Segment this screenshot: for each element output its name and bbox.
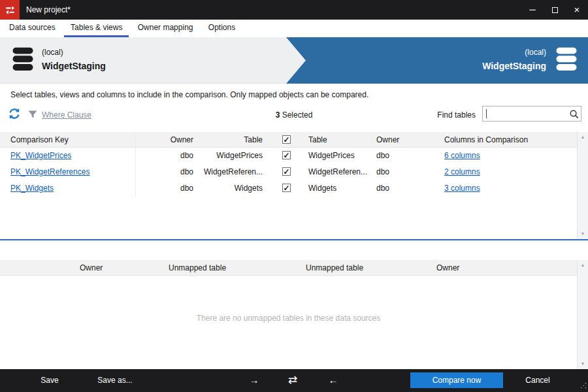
target-database-info: (local) WidgetStaging — [482, 48, 546, 71]
owner-left-cell: dbo — [136, 180, 199, 197]
copy-right-arrow-icon[interactable]: → — [246, 369, 262, 392]
compare-glyph — [5, 5, 16, 16]
mapped-tables-grid: Comparison Key Owner Table Table Owner C… — [0, 132, 577, 197]
swap-directions-icon[interactable]: ⇄ — [285, 369, 301, 392]
comparison-key-cell: PK_WidgetPrices — [10, 148, 136, 164]
row-checkbox-cell — [268, 180, 304, 197]
header-columns[interactable]: Columns in Comparison — [440, 132, 577, 148]
table-right-cell: WidgetReferen... — [304, 164, 372, 180]
scroll-down-button[interactable] — [578, 359, 588, 369]
maximize-button[interactable] — [544, 0, 566, 20]
unmapped-grid-scrollbar[interactable] — [577, 260, 588, 369]
title-bar: New project* ─ × — [0, 0, 588, 20]
search-icon[interactable] — [569, 109, 579, 121]
owner-right-cell: dbo — [372, 164, 440, 180]
app-logo-icon — [0, 0, 20, 20]
header-comparison-key[interactable]: Comparison Key — [10, 132, 136, 148]
selected-label: Selected — [280, 110, 312, 120]
table-left-cell: WidgetReferen... — [199, 164, 268, 180]
owner-left-cell: dbo — [136, 148, 199, 164]
header-unmapped-table-right[interactable]: Unmapped table — [306, 260, 363, 276]
columns-link[interactable]: 2 columns — [444, 167, 480, 176]
database-icon-right — [555, 47, 578, 74]
header-select-all — [268, 132, 304, 148]
comparison-key-cell: PK_Widgets — [10, 180, 136, 197]
header-unmapped-table-left[interactable]: Unmapped table — [169, 260, 226, 276]
window-title: New project* — [26, 0, 71, 20]
save-button[interactable]: Save — [26, 369, 73, 392]
cancel-button[interactable]: Cancel — [514, 369, 562, 392]
columns-cell: 3 columns — [440, 180, 577, 197]
source-database-name: WidgetStaging — [42, 61, 106, 71]
table-right-cell: Widgets — [304, 180, 372, 197]
target-server: (local) — [482, 48, 546, 57]
comparison-key-cell: PK_WidgetReferences — [10, 164, 136, 180]
select-all-checkbox[interactable] — [282, 135, 291, 144]
footer-bar: Save Save as... → ⇄ ← Compare now Cancel — [0, 369, 588, 392]
unmapped-grid-header: Owner Unmapped table Unmapped table Owne… — [0, 260, 577, 276]
comparison-key-link[interactable]: PK_WidgetPrices — [10, 151, 71, 160]
header-unmapped-owner-right[interactable]: Owner — [436, 260, 459, 276]
tab-bar: Data sources Tables & views Owner mappin… — [0, 20, 588, 37]
header-owner-right[interactable]: Owner — [372, 132, 440, 148]
target-database-name: WidgetStaging — [482, 61, 546, 71]
owner-left-cell: dbo — [136, 164, 199, 180]
source-server: (local) — [42, 48, 106, 57]
row-checkbox[interactable] — [282, 151, 291, 159]
save-as-button[interactable]: Save as... — [88, 369, 142, 392]
scroll-down-button[interactable] — [578, 229, 588, 239]
datasource-banner: (local) WidgetStaging (local) WidgetStag… — [0, 37, 588, 84]
tab-data-sources[interactable]: Data sources — [3, 20, 62, 37]
find-tables-input[interactable] — [487, 108, 565, 120]
mapped-grid-scrollbar[interactable] — [577, 132, 588, 239]
columns-link[interactable]: 3 columns — [444, 184, 480, 193]
header-owner-left[interactable]: Owner — [136, 132, 199, 148]
tab-tables-views[interactable]: Tables & views — [64, 20, 129, 37]
columns-cell: 6 columns — [440, 148, 577, 164]
find-tables-searchbox[interactable] — [482, 106, 581, 122]
scroll-up-button[interactable] — [578, 132, 588, 142]
row-checkbox-cell — [268, 164, 304, 180]
header-table-right[interactable]: Table — [304, 132, 372, 148]
database-icon-left — [12, 47, 34, 74]
table-left-cell: Widgets — [199, 180, 268, 197]
columns-link[interactable]: 6 columns — [444, 151, 480, 160]
maximize-icon — [552, 7, 558, 13]
source-database-info: (local) WidgetStaging — [42, 48, 106, 71]
row-checkbox[interactable] — [282, 167, 291, 176]
columns-cell: 2 columns — [440, 164, 577, 180]
compare-now-button[interactable]: Compare now — [410, 372, 503, 388]
table-left-cell: WidgetPrices — [199, 148, 268, 164]
header-table-left[interactable]: Table — [199, 132, 268, 148]
app-window: New project* ─ × Data sources Tables & v… — [0, 0, 588, 392]
instruction-text: Select tables, views and columns to incl… — [10, 90, 368, 99]
minimize-button[interactable]: ─ — [521, 0, 544, 20]
unmapped-empty-message: There are no unmapped tables in these da… — [0, 314, 577, 323]
find-tables-label: Find tables — [437, 110, 476, 120]
tab-options[interactable]: Options — [202, 20, 242, 37]
row-checkbox-cell — [268, 148, 304, 164]
close-icon: × — [574, 4, 580, 15]
comparison-key-link[interactable]: PK_Widgets — [10, 184, 54, 193]
table-right-cell: WidgetPrices — [304, 148, 372, 164]
row-checkbox[interactable] — [282, 184, 291, 192]
tab-owner-mapping[interactable]: Owner mapping — [131, 20, 200, 37]
close-button[interactable]: × — [566, 0, 588, 20]
resize-grip[interactable] — [580, 382, 587, 391]
owner-right-cell: dbo — [372, 148, 440, 164]
copy-left-arrow-icon[interactable]: ← — [325, 369, 341, 392]
grid-header-row: Comparison Key Owner Table Table Owner C… — [0, 132, 577, 148]
unmapped-toolbar: 0 tables not mapped Unmap Map — [0, 240, 588, 260]
table-row[interactable]: PK_Widgets dbo Widgets Widgets dbo 3 col… — [0, 180, 577, 197]
table-row[interactable]: PK_WidgetPrices dbo WidgetPrices WidgetP… — [0, 148, 577, 164]
owner-right-cell: dbo — [372, 180, 440, 197]
comparison-key-link[interactable]: PK_WidgetReferences — [10, 167, 90, 176]
minimize-icon: ─ — [529, 5, 535, 14]
scroll-up-button[interactable] — [578, 260, 588, 270]
table-row[interactable]: PK_WidgetReferences dbo WidgetReferen...… — [0, 164, 577, 180]
header-unmapped-owner-left[interactable]: Owner — [80, 260, 103, 276]
